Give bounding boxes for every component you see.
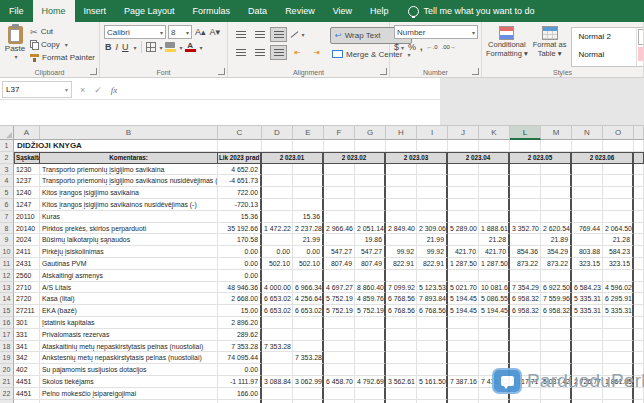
cell[interactable]: [262, 400, 293, 403]
cell-month[interactable]: 0.00: [293, 246, 324, 258]
middle-align-button[interactable]: [251, 27, 268, 42]
cell-month[interactable]: [541, 211, 572, 223]
cell-month[interactable]: 7 354.29: [510, 282, 541, 294]
cell-month[interactable]: [603, 199, 634, 211]
cell-month[interactable]: [510, 270, 541, 282]
cell-month[interactable]: 6 584.23: [572, 282, 603, 294]
ribbon-tab-insert[interactable]: Insert: [75, 0, 116, 22]
cell-month[interactable]: [324, 199, 355, 211]
cell-month[interactable]: 21.99: [417, 234, 448, 246]
cell-month[interactable]: [448, 199, 479, 211]
cell-month[interactable]: 4 256.64: [293, 293, 324, 305]
style-item[interactable]: Normal 2: [572, 28, 636, 46]
cell-month[interactable]: 5 194.45: [479, 305, 510, 317]
cell-balance[interactable]: 48 946.36: [218, 282, 262, 294]
decrease-decimal-button[interactable]: .00→: [442, 44, 456, 50]
cell-month[interactable]: [386, 234, 417, 246]
cell-month[interactable]: [448, 317, 479, 329]
cell-month[interactable]: [262, 317, 293, 329]
cell[interactable]: [634, 352, 644, 364]
cell-month[interactable]: 2 620.54: [541, 223, 572, 235]
cell[interactable]: [386, 400, 417, 403]
cell-account[interactable]: 1237: [14, 175, 40, 187]
cell[interactable]: [324, 400, 355, 403]
cell-month[interactable]: [448, 234, 479, 246]
ribbon-tab-view[interactable]: View: [324, 0, 361, 22]
cell-month[interactable]: [448, 164, 479, 176]
align-left-button[interactable]: [232, 45, 249, 60]
cell[interactable]: [324, 140, 355, 152]
column-header-G[interactable]: G: [355, 126, 386, 140]
cell-comment[interactable]: Gautinas PVM: [40, 258, 218, 270]
cell-month[interactable]: 6 958.32: [510, 305, 541, 317]
cell-month[interactable]: [262, 270, 293, 282]
cell-month[interactable]: 6 458.70: [324, 376, 355, 388]
cell-comment[interactable]: Pelno mokesčio įsipareigojimai: [40, 388, 218, 400]
column-header-N[interactable]: N: [572, 126, 603, 140]
cell-balance[interactable]: 4 652.02: [218, 164, 262, 176]
cell-month[interactable]: [417, 388, 448, 400]
cell-month[interactable]: [324, 317, 355, 329]
column-header-A[interactable]: A: [14, 126, 40, 140]
header-partial[interactable]: [634, 152, 644, 164]
cell-month[interactable]: [324, 364, 355, 376]
cell-month[interactable]: [355, 164, 386, 176]
cell-comment[interactable]: Pirktos prekės, skirtos perparduoti: [40, 223, 218, 235]
cell-month[interactable]: 873.22: [541, 258, 572, 270]
font-size-select[interactable]: 8 ▾: [168, 25, 192, 39]
cell-sheet-title[interactable]: DIDŽIOJI KNYGA: [14, 140, 218, 152]
cell-month[interactable]: [386, 317, 417, 329]
cell-month[interactable]: [572, 329, 603, 341]
cell-account[interactable]: 2710: [14, 282, 40, 294]
cell-month[interactable]: [293, 164, 324, 176]
cell-month[interactable]: 4 596.02: [603, 282, 634, 294]
orientation-button[interactable]: ▾: [289, 27, 306, 42]
cell-month[interactable]: [603, 352, 634, 364]
cell[interactable]: [355, 400, 386, 403]
cell-month[interactable]: [479, 211, 510, 223]
cell-month[interactable]: [386, 341, 417, 353]
row-header-1[interactable]: 1: [0, 140, 14, 152]
select-all-corner[interactable]: [0, 126, 14, 140]
row-header-6[interactable]: 6: [0, 199, 14, 211]
column-header-J[interactable]: J: [448, 126, 479, 140]
cell-month[interactable]: 6 768.56: [386, 293, 417, 305]
cell-month[interactable]: 4 697.27: [324, 282, 355, 294]
font-name-select[interactable]: Calibri ▾: [104, 25, 166, 39]
cell[interactable]: [603, 140, 634, 152]
cell-month[interactable]: 502.10: [293, 258, 324, 270]
row-header-17[interactable]: 17: [0, 329, 14, 341]
cell-balance[interactable]: 0.00: [218, 270, 262, 282]
cell-month[interactable]: 421.70: [479, 246, 510, 258]
cell-month[interactable]: 1 287.50: [479, 258, 510, 270]
cell-comment[interactable]: Transporto priemonių įsigijimo savikaino…: [40, 175, 218, 187]
cell-month[interactable]: [572, 199, 603, 211]
header-month[interactable]: 2 023.06: [572, 152, 634, 164]
cell-account[interactable]: 1240: [14, 187, 40, 199]
cell[interactable]: [218, 400, 262, 403]
cell-month[interactable]: [510, 341, 541, 353]
cell[interactable]: [634, 293, 644, 305]
cell-balance[interactable]: 289.62: [218, 329, 262, 341]
cell[interactable]: [40, 400, 218, 403]
row-header-7[interactable]: 7: [0, 211, 14, 223]
cell-month[interactable]: [448, 388, 479, 400]
cell[interactable]: [634, 140, 644, 152]
cell[interactable]: [634, 317, 644, 329]
cell-month[interactable]: [293, 199, 324, 211]
cell-month[interactable]: 1 888.61: [479, 223, 510, 235]
cell-month[interactable]: [355, 199, 386, 211]
column-header-partial[interactable]: [634, 126, 644, 140]
cell-account[interactable]: 331: [14, 329, 40, 341]
row-header-2[interactable]: 2: [0, 152, 14, 164]
cell-month[interactable]: 5 021.70: [448, 282, 479, 294]
cell-month[interactable]: 1 287.50: [448, 258, 479, 270]
cell-month[interactable]: [510, 352, 541, 364]
cell-month[interactable]: [448, 187, 479, 199]
cell-month[interactable]: 5 752.19: [324, 305, 355, 317]
cell[interactable]: [603, 400, 634, 403]
cell-month[interactable]: [572, 270, 603, 282]
cell-month[interactable]: [262, 211, 293, 223]
cell-month[interactable]: [293, 364, 324, 376]
cell-month[interactable]: 7 353.28: [293, 352, 324, 364]
